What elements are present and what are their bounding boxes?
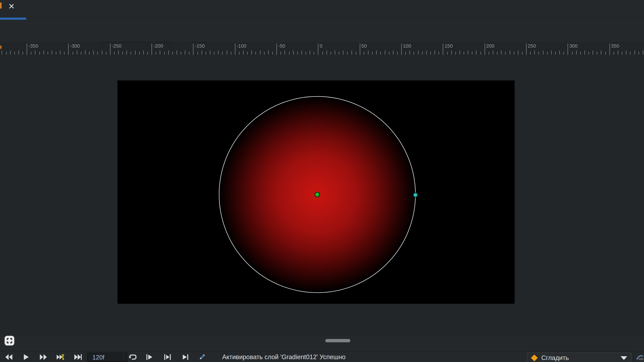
animate-mode-button[interactable] <box>194 352 210 362</box>
interpolation-label: Сгладить <box>541 354 616 362</box>
panel-splitter-handle[interactable] <box>325 339 350 343</box>
ruler-tick <box>601 50 602 54</box>
ruler-tick <box>630 52 630 55</box>
ruler-tick-label: -50 <box>278 43 285 49</box>
ruler-tick <box>605 52 606 55</box>
ruler-tick <box>126 50 127 54</box>
ruler-tick <box>510 50 510 54</box>
transport-separator <box>123 351 124 362</box>
chevron-down-icon <box>620 356 627 360</box>
ruler-tick <box>301 50 302 54</box>
ruler-tick <box>89 52 90 55</box>
end-time-field[interactable]: 120f <box>87 353 127 362</box>
ruler-tick <box>122 52 123 55</box>
ruler-tick <box>293 50 294 54</box>
ruler-tick <box>426 50 427 54</box>
ruler-tick <box>102 50 102 54</box>
ruler-tick <box>77 50 77 54</box>
ruler-tick <box>493 50 493 54</box>
ruler-tick <box>401 43 402 55</box>
play-button[interactable] <box>18 352 34 362</box>
ruler-tick <box>489 52 489 55</box>
ruler-tick <box>439 52 439 55</box>
ruler-tick <box>131 52 131 55</box>
toolbar: Preview Низкое разрешение <box>0 20 644 43</box>
loop-icon <box>129 353 137 361</box>
rewind-button[interactable] <box>1 352 17 362</box>
render-canvas[interactable] <box>118 80 514 304</box>
transport-separator <box>634 351 634 362</box>
ruler-tick <box>210 50 210 54</box>
bound-upper-button[interactable] <box>178 352 193 362</box>
ruler-tick <box>18 50 19 54</box>
ruler-tick <box>6 52 6 55</box>
ruler-tick <box>276 43 277 55</box>
ruler-tick <box>638 52 639 55</box>
ruler-tick <box>505 52 506 55</box>
ruler-tick <box>539 52 539 55</box>
seek-next-keyframe-button[interactable] <box>52 352 68 362</box>
ruler-tick <box>580 52 580 55</box>
ruler-tick <box>39 52 40 55</box>
keyframe-lock-button[interactable] <box>636 352 644 362</box>
ruler-tick <box>406 52 406 55</box>
ruler-tick <box>468 50 468 54</box>
ruler-tick <box>572 52 572 55</box>
ruler-tick <box>168 50 168 54</box>
ruler-tick <box>360 43 360 55</box>
active-tab-indicator <box>0 17 26 19</box>
ruler-tick <box>118 50 118 54</box>
ruler-tick <box>114 52 114 55</box>
toggle-timebar-button[interactable] <box>4 335 15 346</box>
play-icon <box>22 353 30 361</box>
ruler-tick <box>56 52 56 55</box>
ruler-tick <box>289 52 289 55</box>
ruler-tick <box>464 52 464 55</box>
ruler-tick-label: -150 <box>195 43 205 49</box>
ruler-tick-label: -350 <box>28 43 38 49</box>
horizontal-ruler[interactable]: -350-300-250-200-150-100-500501001502002… <box>0 42 644 56</box>
ruler-tick <box>376 50 377 54</box>
radius-handle[interactable] <box>413 193 418 197</box>
ruler-tick <box>622 52 622 55</box>
ruler-tick <box>156 52 156 55</box>
default-interpolation-dropdown[interactable]: Сгладить <box>527 353 632 362</box>
seek-end-button[interactable] <box>70 352 86 362</box>
viewer-workspace[interactable] <box>0 55 644 336</box>
ruler-tick <box>202 50 202 54</box>
ruler-tick <box>176 50 177 54</box>
ruler-tick <box>588 52 589 55</box>
ruler-tick <box>522 52 522 55</box>
ruler-tick <box>397 52 398 55</box>
ruler-tick <box>110 43 110 55</box>
ruler-tick <box>555 52 556 55</box>
ruler-tick <box>618 50 618 54</box>
ruler-tick <box>285 50 285 54</box>
ruler-tick <box>10 50 10 54</box>
tab-bar: ✕ <box>0 0 644 18</box>
ruler-tick-label: -100 <box>236 43 246 49</box>
ruler-tick <box>514 52 514 55</box>
bound-lower-button[interactable] <box>141 352 157 362</box>
ruler-tick <box>584 50 585 54</box>
ruler-tick <box>451 50 452 54</box>
ruler-tick <box>626 50 626 54</box>
ruler-tick <box>476 50 476 54</box>
ruler-tick <box>48 52 48 55</box>
ruler-tick <box>181 52 181 55</box>
loop-button[interactable] <box>125 352 140 362</box>
ruler-tick <box>410 50 410 54</box>
rewind-icon <box>5 353 13 361</box>
ruler-tick-label: 350 <box>611 43 619 49</box>
ruler-tick <box>72 52 73 55</box>
four-petal-window-icon <box>4 335 14 346</box>
seek-end-icon <box>74 353 82 361</box>
origin-handle[interactable] <box>315 192 320 197</box>
bounds-enable-button[interactable] <box>160 352 176 362</box>
ruler-tick <box>264 52 264 55</box>
fast-forward-button[interactable] <box>36 352 51 362</box>
bound-upper-icon <box>182 353 190 361</box>
ruler-tick <box>372 52 372 55</box>
ruler-tick <box>564 52 564 55</box>
close-tab-button[interactable]: ✕ <box>7 1 16 11</box>
